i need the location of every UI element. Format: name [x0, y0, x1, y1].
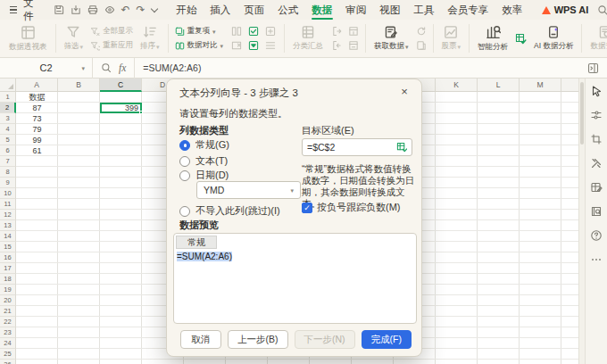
dialog-title: 文本分列向导 - 3 步骤之 3: [179, 87, 298, 100]
menu-tab[interactable]: 开始: [170, 0, 204, 20]
vertical-scrollbar[interactable]: [578, 79, 585, 364]
more-icon[interactable]: [590, 253, 603, 266]
export-icon[interactable]: [71, 4, 81, 15]
hamburger-icon: [10, 6, 17, 14]
search-icon[interactable]: [597, 4, 607, 16]
redo-icon[interactable]: ↷: [137, 4, 146, 15]
magnifier-icon[interactable]: [101, 62, 112, 73]
cell-A1[interactable]: 数据: [16, 92, 58, 103]
radio-button[interactable]: [179, 170, 190, 181]
clear-cells-icon[interactable]: [231, 40, 242, 51]
file-menu-button[interactable]: 文件: [6, 0, 41, 20]
book-search-icon[interactable]: [590, 205, 603, 218]
formula-input[interactable]: =SUM(A2:A6): [135, 62, 587, 73]
edit-links-icon[interactable]: [416, 40, 427, 51]
duplicates-button[interactable]: 重复项 ▾: [175, 26, 224, 37]
ai-data-analysis-label: AI 数据分析: [534, 41, 573, 52]
menu-tab[interactable]: 会员专享: [441, 0, 495, 20]
adjust-sliders-icon[interactable]: [590, 109, 603, 121]
menu-tab[interactable]: 插入: [204, 0, 237, 20]
menu-tab[interactable]: 数据: [305, 0, 339, 20]
pivot-table-icon: [21, 25, 36, 40]
pivot-table-button[interactable]: 数据透视表: [4, 23, 52, 54]
menu-tab[interactable]: 页面: [237, 0, 271, 20]
sort-button[interactable]: 排序▾: [136, 23, 164, 54]
negative-checkbox-label: 按负号跟踪负数(M): [317, 201, 401, 214]
hide-detail-icon[interactable]: [348, 40, 359, 51]
create-group-icon[interactable]: [331, 26, 342, 37]
get-data-button[interactable]: 获取数据▾: [370, 23, 413, 54]
reapply-button[interactable]: 重新应用: [90, 40, 133, 51]
radio-button[interactable]: [179, 156, 190, 167]
range-picker-icon[interactable]: [396, 142, 407, 153]
ungroup-icon[interactable]: [331, 40, 342, 51]
menu-tab[interactable]: 效率: [495, 0, 529, 20]
checkbox[interactable]: ✓: [302, 203, 312, 213]
stock-button[interactable]: 股票▾: [437, 23, 466, 54]
help-icon[interactable]: [590, 229, 603, 242]
select-cursor-icon[interactable]: [590, 85, 603, 97]
data-query-button[interactable]: 数据查询: [586, 23, 607, 54]
copy-plus-icon[interactable]: [265, 26, 276, 37]
name-box-value: C2: [39, 62, 52, 73]
save-icon[interactable]: [54, 4, 64, 15]
undo-icon[interactable]: ↶: [121, 4, 130, 15]
date-format-dropdown[interactable]: YMD ▾: [196, 181, 301, 199]
data-preview-box: 常规 =SUM(A2:A6): [173, 233, 417, 324]
menu-tab[interactable]: 公式: [271, 0, 305, 20]
menu-tab[interactable]: 审阅: [339, 0, 373, 20]
show-all-button[interactable]: 全部显示: [90, 26, 133, 37]
radio-button[interactable]: [179, 206, 190, 217]
table-edit-icon[interactable]: [590, 181, 603, 194]
insert-dropdown-list-icon[interactable]: [248, 40, 259, 51]
preview-icon[interactable]: [104, 4, 115, 15]
refresh-data-icon[interactable]: [416, 26, 427, 37]
scrollbar-thumb[interactable]: [580, 82, 584, 145]
wps-ai-button[interactable]: WPS AI: [536, 4, 595, 15]
subtotal-button[interactable]: 分类汇总: [288, 23, 328, 54]
table-check-icon[interactable]: [515, 33, 527, 45]
chevron-down-icon[interactable]: [150, 4, 157, 12]
menu-tab[interactable]: 工具: [407, 0, 441, 20]
data-validation-icon[interactable]: [248, 26, 259, 37]
screenshot-crop-icon[interactable]: [590, 133, 603, 145]
radio-text[interactable]: 文本(T): [179, 154, 228, 168]
next-button[interactable]: 下一步(N): [295, 330, 355, 349]
back-button[interactable]: 上一步(B): [228, 330, 288, 349]
close-icon[interactable]: ×: [397, 84, 412, 98]
selected-cell-C2[interactable]: 399: [100, 103, 142, 113]
dropdown-arrow-icon: ▾: [156, 44, 160, 50]
cell-A3[interactable]: 73: [16, 113, 58, 124]
cancel-button[interactable]: 取消: [180, 330, 221, 349]
toolbox-icon[interactable]: [590, 157, 603, 170]
radio-button-selected[interactable]: [179, 140, 190, 151]
name-box-dropdown-icon[interactable]: ▾: [81, 65, 85, 71]
task-pane-icon[interactable]: [587, 62, 599, 74]
radio-text-label: 文本(T): [195, 154, 228, 168]
cell-A5[interactable]: 99: [16, 135, 58, 145]
ai-data-analysis-button[interactable]: AI 数据分析: [529, 23, 578, 54]
data-compare-icon: [175, 41, 185, 51]
print-icon[interactable]: [87, 4, 98, 15]
negative-number-checkbox-row[interactable]: ✓ 按负号跟踪负数(M): [302, 201, 401, 214]
cell-A6[interactable]: 61: [16, 145, 58, 156]
fill-handle[interactable]: [139, 111, 143, 114]
show-detail-icon[interactable]: [348, 26, 359, 37]
radio-skip-column[interactable]: 不导入此列(跳过)(I): [179, 204, 280, 218]
name-box[interactable]: C2 ▾: [0, 58, 93, 79]
menu-tab[interactable]: 视图: [373, 0, 407, 20]
insert-function-button[interactable]: fx: [119, 62, 126, 73]
text-to-columns-icon[interactable]: [231, 26, 242, 37]
radio-general-label: 常规(G): [195, 138, 229, 152]
cell-A2[interactable]: 87: [16, 103, 58, 113]
stock-chart-icon: [444, 25, 458, 39]
cell-A4[interactable]: 79: [16, 124, 58, 135]
radio-general[interactable]: 常规(G): [179, 138, 229, 152]
filter-button[interactable]: 筛选▾: [60, 23, 88, 54]
data-compare-button[interactable]: 数据对比 ▾: [175, 40, 224, 51]
smart-analysis-button[interactable]: 智能分析: [473, 23, 512, 54]
radio-date[interactable]: 日期(D): [179, 169, 229, 182]
target-range-input[interactable]: =$C$2: [302, 138, 412, 156]
merge-records-icon[interactable]: [265, 40, 276, 51]
finish-button[interactable]: 完成(F): [362, 330, 412, 349]
